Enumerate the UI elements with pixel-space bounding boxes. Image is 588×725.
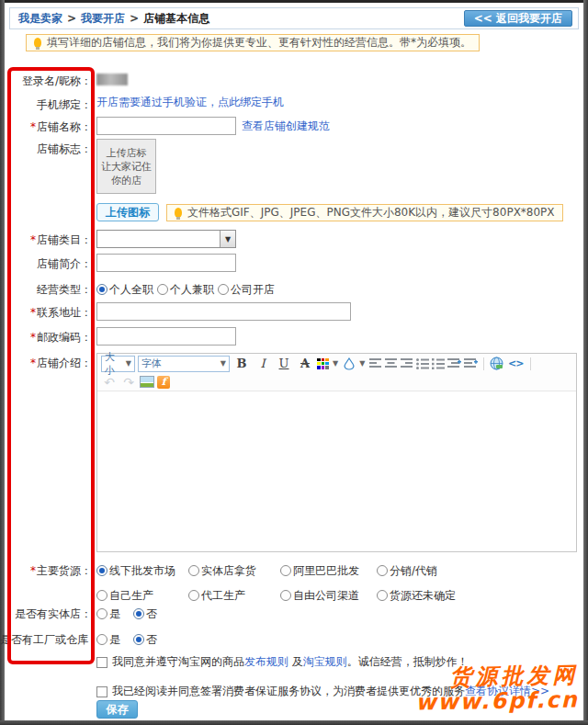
radio-label: 是 (109, 607, 120, 620)
align-left-icon[interactable] (369, 358, 382, 369)
shop-category-row: *店铺类目： ▼ (0, 230, 579, 248)
radio-factory-yes[interactable] (96, 634, 107, 645)
phone-bind-link[interactable]: 开店需要通过手机验证，点此绑定手机 (96, 95, 284, 110)
editor-toolbar-row2: ↶ ↷ f (97, 373, 576, 391)
lightbulb-icon (34, 38, 41, 48)
logo-box-line: 上传店标 (107, 146, 147, 160)
agreement2-text: 我已经阅读并同意签署消费者保证服务协议，为消费者提供更优秀的服务查看协议详情>> (112, 684, 549, 699)
lightbulb-icon (175, 208, 182, 218)
save-button[interactable]: 保存 (96, 700, 138, 719)
indent-icon[interactable] (464, 358, 478, 369)
radio-label: 代工生产 (201, 589, 245, 602)
bullet-list-icon[interactable] (416, 358, 429, 369)
shop-intro-label: 店铺简介： (0, 254, 92, 272)
logo-file-notice: 文件格式GIF、JPG、JPEG、PNG文件大小80K以内，建议尺寸80PX*8… (166, 204, 563, 221)
postal-code-row: *邮政编码： (0, 327, 579, 346)
undo-icon[interactable]: ↶ (101, 375, 118, 390)
radio-company[interactable] (218, 284, 229, 295)
business-type-row: 经营类型： 个人全职 个人兼职 公司开店 (0, 279, 579, 298)
agreement1-checkbox[interactable] (96, 657, 107, 668)
breadcrumb-seller-home[interactable]: 我是卖家 (18, 11, 62, 27)
shop-name-input[interactable] (96, 117, 236, 135)
radio-store-yes[interactable] (96, 608, 107, 619)
spacer (0, 682, 92, 685)
page-title: 店铺基本信息 (143, 11, 209, 27)
shop-intro-row: 店铺简介： (0, 254, 579, 272)
radio-label: 阿里巴巴批发 (293, 564, 359, 577)
shop-logo-upload-box[interactable]: 上传店标 让大家记住 你的店 (96, 139, 156, 194)
align-right-icon[interactable] (401, 358, 413, 369)
shop-name-rules-link[interactable]: 查看店铺创建规范 (242, 119, 330, 134)
redo-icon[interactable]: ↷ (120, 375, 137, 390)
radio-source-undetermined[interactable] (377, 590, 388, 601)
insert-flash-icon[interactable]: f (157, 376, 170, 389)
radio-free-company-channel[interactable] (280, 590, 291, 601)
radio-store-no[interactable] (133, 608, 144, 619)
editor-toolbar-row1: 大小▼ 字体▼ B I U A ▼ ▼ <> (97, 354, 576, 373)
dropdown-arrow-icon[interactable]: ▼ (220, 231, 235, 247)
login-name-value-redacted (96, 74, 128, 85)
radio-distribution[interactable] (377, 565, 388, 576)
radio-personal-fulltime[interactable] (96, 284, 107, 295)
radio-personal-parttime[interactable] (157, 284, 168, 295)
radio-alibaba-wholesale[interactable] (280, 565, 291, 576)
taobao-rules-link[interactable]: 淘宝规则 (303, 655, 347, 668)
breadcrumb-separator: > (67, 12, 76, 25)
has-factory-label: 是否有工厂或仓库： (0, 629, 92, 648)
radio-offline-wholesale[interactable] (96, 565, 107, 576)
font-size-dropdown[interactable]: 大小▼ (101, 356, 135, 372)
shop-category-select[interactable]: ▼ (96, 230, 236, 248)
align-center-icon[interactable] (385, 358, 398, 369)
fill-color-icon[interactable] (343, 357, 356, 370)
window-border-top (0, 0, 588, 3)
italic-icon[interactable]: I (254, 356, 272, 372)
shop-intro-input[interactable] (96, 254, 236, 272)
radio-physical-store-supply[interactable] (188, 565, 199, 576)
required-asterisk: * (30, 120, 36, 133)
chevron-down-icon: ▼ (220, 359, 226, 368)
insert-image-icon[interactable] (140, 376, 154, 388)
postal-code-input[interactable] (96, 327, 236, 346)
radio-self-produce[interactable] (96, 590, 107, 601)
window-border-right (583, 0, 588, 725)
upload-icon-button[interactable]: 上传图标 (96, 203, 159, 221)
back-to-open-shop-button[interactable]: << 返回我要开店 (464, 10, 572, 27)
source-code-icon[interactable]: <> (506, 357, 525, 369)
logo-box-line: 让大家记住 (101, 160, 152, 174)
font-color-icon[interactable] (317, 358, 329, 369)
required-asterisk: * (30, 564, 36, 577)
contact-address-row: *联系地址： (0, 302, 579, 321)
shop-name-row: *店铺名称： 查看店铺创建规范 (0, 117, 579, 135)
business-type-label: 经营类型： (0, 279, 92, 298)
breadcrumb-open-shop[interactable]: 我要开店 (81, 11, 125, 27)
shop-logo-row: 店铺标志： 上传店标 让大家记住 你的店 (0, 139, 579, 194)
font-family-dropdown[interactable]: 字体▼ (138, 356, 230, 372)
contact-address-input[interactable] (96, 302, 351, 321)
agreement2-checkbox[interactable] (96, 686, 107, 697)
required-asterisk: * (30, 233, 36, 246)
publish-rules-link[interactable]: 发布规则 (244, 655, 288, 668)
window-border-bottom (0, 720, 588, 725)
view-agreement-link[interactable]: 查看协议详情>> (465, 685, 549, 697)
editor-content[interactable] (97, 392, 576, 551)
chevron-down-icon[interactable]: ▼ (333, 359, 338, 368)
chevron-down-icon[interactable]: ▼ (359, 359, 365, 368)
radio-oem-produce[interactable] (188, 590, 199, 601)
has-physical-store-row: 是否有实体店： 是 否 (0, 604, 579, 622)
radio-label: 否 (146, 633, 157, 646)
postal-code-label: *邮政编码： (0, 327, 92, 346)
outdent-icon[interactable] (447, 358, 461, 369)
underline-icon[interactable]: U (275, 356, 293, 372)
bold-icon[interactable]: B (232, 356, 251, 372)
strikethrough-icon[interactable]: A (296, 356, 314, 372)
numbered-list-icon[interactable] (432, 358, 445, 369)
radio-label: 个人全职 (109, 283, 153, 296)
radio-factory-no[interactable] (133, 634, 144, 645)
rich-text-editor: 大小▼ 字体▼ B I U A ▼ ▼ <> ↶ ↷ f (96, 353, 577, 552)
spacer (0, 652, 92, 655)
shop-description-label: *店铺介绍： (0, 353, 92, 371)
radio-label: 分销/代销 (390, 564, 437, 577)
phone-bind-row: 手机绑定： 开店需要通过手机验证，点此绑定手机 (0, 95, 579, 113)
contact-address-label: *联系地址： (0, 302, 92, 321)
insert-link-globe-icon[interactable] (490, 357, 503, 370)
